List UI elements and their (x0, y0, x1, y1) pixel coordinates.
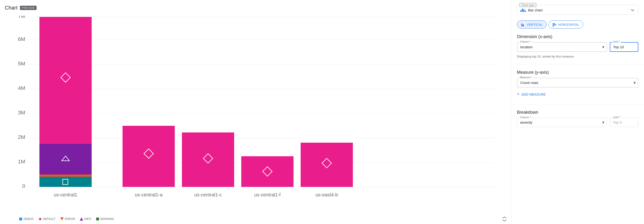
svg-rect-29 (552, 25, 556, 25)
dimension-title: Dimension (x-axis) (517, 34, 638, 39)
column-select[interactable]: location (517, 42, 607, 52)
chart-type-select[interactable]: Bar chart (520, 8, 635, 12)
section-divider (511, 64, 644, 64)
legend: DEBUG DEFAULT ERROR INFO WARNING (5, 214, 511, 224)
column-field-group: Column * location ▾ (517, 42, 607, 52)
legend-label-info: INFO (84, 217, 91, 221)
svg-rect-25 (96, 217, 99, 220)
section-divider-2 (511, 104, 644, 104)
svg-text:1M: 1M (18, 159, 25, 164)
right-panel: Chart type Bar chart (511, 0, 644, 224)
svg-text:us-east4-b: us-east4-b (316, 192, 338, 197)
svg-text:us-central1: us-central1 (54, 192, 78, 197)
measure-field-group: Measure * Count rows ▾ (517, 78, 638, 88)
svg-text:2M: 2M (18, 134, 25, 140)
breakdown-select[interactable]: severity (517, 118, 607, 127)
breakdown-select-wrapper: severity ▾ (517, 118, 607, 127)
legend-label-warning: WARNING (100, 217, 114, 221)
orientation-buttons: VERTICAL HORIZONTAL (517, 21, 638, 29)
bar1 (520, 10, 522, 12)
svg-rect-27 (523, 25, 524, 26)
legend-item-default: DEFAULT (38, 217, 56, 221)
chart-type-inner: Bar chart (520, 8, 542, 12)
bar3 (523, 9, 524, 12)
vertical-icon (521, 23, 525, 26)
limit-field-group: Limit * (610, 42, 638, 52)
svg-text:us-central1-f: us-central1-f (254, 192, 281, 197)
add-measure-button[interactable]: + ADD MEASURE (517, 90, 638, 98)
breakdown-column-group: Column * severity ▾ (517, 118, 607, 127)
chart-wrapper: 0 1M 2M 3M 4M 5M 6M 7M (5, 16, 511, 224)
dimension-info-text: Displaying top 10, sorted by first measu… (517, 55, 638, 58)
chevron-down-icon (630, 8, 635, 12)
svg-marker-22 (39, 217, 42, 220)
chart-type-label: Chart type (520, 3, 536, 7)
svg-text:3M: 3M (18, 110, 25, 116)
svg-marker-23 (60, 217, 64, 220)
measure-title: Measure (y-axis) (517, 70, 638, 75)
bar-chart-icon (520, 8, 526, 12)
legend-label-error: ERROR (65, 217, 75, 221)
chart-type-box: Chart type Bar chart (517, 5, 638, 15)
add-measure-label: ADD MEASURE (522, 93, 546, 96)
plus-icon: + (517, 92, 520, 97)
legend-item-info: INFO (80, 217, 91, 221)
legend-item-error: ERROR (60, 217, 75, 221)
chart-title: Chart (5, 5, 18, 11)
limit-label: Limit * (612, 40, 621, 43)
debug-icon (19, 217, 22, 221)
column-select-wrapper: location ▾ (517, 42, 607, 52)
bar-segment (40, 17, 92, 144)
chart-header: Chart PREVIEW (5, 5, 511, 11)
chart-svg: 0 1M 2M 3M 4M 5M 6M 7M (5, 16, 511, 211)
svg-rect-26 (522, 24, 522, 26)
measure-select-wrapper: Count rows ▾ (517, 78, 638, 88)
info-icon (80, 217, 83, 221)
svg-text:us-central1-c: us-central1-c (194, 192, 222, 197)
breakdown-column-label: Column * (519, 116, 532, 119)
svg-text:6M: 6M (18, 36, 25, 42)
breakdown-section: Breakdown Column * severity ▾ Limit * (517, 110, 638, 127)
svg-marker-24 (80, 217, 83, 221)
scroll-arrows[interactable] (502, 216, 506, 221)
horizontal-icon (552, 23, 556, 26)
chart-area: Chart PREVIEW 0 1M 2M (0, 0, 511, 224)
dimension-field-row: Column * location ▾ Limit * (517, 42, 638, 52)
breakdown-limit-display[interactable]: Top 5 (610, 118, 638, 127)
breakdown-limit-wrapper: Top 5 (610, 118, 638, 127)
svg-text:0: 0 (22, 183, 25, 189)
svg-rect-21 (19, 217, 22, 220)
bar-segment (241, 156, 294, 187)
horizontal-label: HORIZONTAL (558, 23, 579, 26)
svg-text:4M: 4M (18, 85, 25, 91)
preview-badge: PREVIEW (20, 6, 36, 10)
column-label: Column * (519, 40, 532, 43)
warning-icon (96, 217, 99, 221)
scroll-down-icon[interactable] (502, 219, 506, 221)
bar-segment (40, 174, 92, 177)
measure-select[interactable]: Count rows (517, 78, 638, 87)
measure-section: Measure (y-axis) Measure * Count rows ▾ … (517, 70, 638, 98)
bar-segment (40, 144, 92, 174)
vertical-button[interactable]: VERTICAL (517, 21, 547, 29)
chart-type-section: Chart type Bar chart (517, 5, 638, 15)
chart-type-value: Bar chart (528, 8, 542, 12)
breakdown-field-row: Column * severity ▾ Limit * Top 5 (517, 118, 638, 127)
legend-label-debug: DEBUG (24, 217, 34, 221)
bar-segment (40, 177, 92, 187)
breakdown-title: Breakdown (517, 110, 638, 115)
bar-segment (301, 143, 353, 187)
legend-label-default: DEFAULT (43, 217, 56, 221)
limit-input[interactable] (610, 43, 638, 51)
svg-text:7M: 7M (18, 16, 25, 19)
svg-rect-30 (552, 26, 554, 26)
measure-label: Measure * (519, 76, 533, 79)
breakdown-limit-group: Limit * Top 5 (610, 118, 638, 127)
bar2 (522, 9, 523, 12)
svg-rect-28 (552, 23, 555, 24)
svg-text:us-central1-a: us-central1-a (135, 192, 163, 197)
scroll-up-icon[interactable] (502, 216, 506, 219)
limit-input-wrapper (610, 42, 638, 52)
vertical-label: VERTICAL (527, 23, 542, 26)
horizontal-button[interactable]: HORIZONTAL (548, 21, 583, 29)
